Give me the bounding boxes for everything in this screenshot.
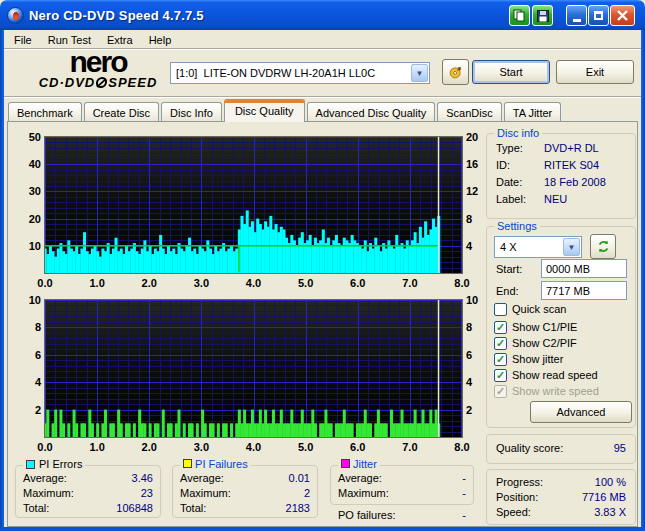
checkbox-show-c1-pie[interactable]: ✓ xyxy=(494,321,507,334)
logo-sub-right: SPEED xyxy=(108,75,157,90)
jitter-maximum-label: Maximum: xyxy=(338,487,389,500)
pi-errors-chart-xtick-2.0: 2.0 xyxy=(142,277,157,289)
pi-failures-chart-ytick-right-10: 10 xyxy=(466,294,478,306)
disc-date-value: 18 Feb 2008 xyxy=(544,176,628,189)
checkbox-row-show-read-speed[interactable]: ✓Show read speed xyxy=(494,368,598,382)
disc-id-row: ID: RITEK S04 xyxy=(496,159,628,172)
pi-errors-chart-xtick-7.0: 7.0 xyxy=(402,277,417,289)
progress-label: Progress: xyxy=(496,476,543,489)
logo-sub-left: CD·DVD xyxy=(39,75,96,90)
pi-errors-chart-plot xyxy=(45,137,462,273)
start-button[interactable]: Start xyxy=(472,60,550,84)
checkbox-row-show-c1-pie[interactable]: ✓Show C1/PIE xyxy=(494,320,577,334)
pi-errors-title: PI Errors xyxy=(39,458,82,470)
end-mb-label: End: xyxy=(496,285,519,297)
pif-maximum-label: Maximum: xyxy=(180,487,231,500)
show-jitter-label: Show jitter xyxy=(512,353,563,365)
pi-failures-chart-xtick-2.0: 2.0 xyxy=(142,441,157,453)
checkbox-quick-scan[interactable] xyxy=(494,303,507,316)
minimize-icon xyxy=(573,19,581,22)
menu-help[interactable]: Help xyxy=(141,32,180,48)
pi-errors-chart-xtick-5.0: 5.0 xyxy=(298,277,313,289)
quality-score-label: Quality score: xyxy=(496,442,563,455)
pi-errors-chart-xtick-4.0: 4.0 xyxy=(246,277,261,289)
tab-advanced-disc-quality[interactable]: Advanced Disc Quality xyxy=(307,102,436,122)
pi-failures-chart-xtick-1.0: 1.0 xyxy=(89,441,104,453)
position-row: Position: 7716 MB xyxy=(496,491,626,504)
refresh-button[interactable] xyxy=(590,234,616,259)
pi-errors-chart-ytick-50: 50 xyxy=(14,131,41,143)
copy-button[interactable] xyxy=(509,5,530,26)
tab-disc-quality[interactable]: Disc Quality xyxy=(224,99,305,122)
jitter-maximum-value: - xyxy=(462,487,466,500)
checkbox-show-jitter[interactable]: ✓ xyxy=(494,353,507,366)
pi-failures-chart-xtick-3.0: 3.0 xyxy=(194,441,209,453)
disc-label-row: Label: NEU xyxy=(496,193,628,206)
minimize-button[interactable] xyxy=(566,5,587,26)
po-failures-value: - xyxy=(462,509,466,522)
menu-file[interactable]: File xyxy=(6,32,40,48)
checkbox-show-read-speed[interactable]: ✓ xyxy=(494,369,507,382)
pi-errors-chart-xtick-0.0: 0.0 xyxy=(37,277,52,289)
checkbox-row-show-c2-pif[interactable]: ✓Show C2/PIF xyxy=(494,336,577,350)
pi-errors-chart-ytick-40: 40 xyxy=(14,158,41,170)
pie-average-value: 3.46 xyxy=(132,472,153,485)
start-mb-input[interactable]: 0000 MB xyxy=(541,259,627,278)
pi-failures-chart-xtick-0.0: 0.0 xyxy=(37,441,52,453)
pi-failures-chart-xtick-4.0: 4.0 xyxy=(246,441,261,453)
pie-total-value: 106848 xyxy=(116,502,153,515)
pie-maximum-value: 23 xyxy=(141,487,153,500)
tab-ta-jitter[interactable]: TA Jitter xyxy=(504,102,562,122)
pi-failures-chart-ytick-6: 6 xyxy=(14,349,41,361)
disc-type-value: DVD+R DL xyxy=(544,142,628,155)
close-button[interactable] xyxy=(610,5,635,26)
exit-button[interactable]: Exit xyxy=(556,60,634,84)
checkbox-row-quick-scan[interactable]: Quick scan xyxy=(494,302,566,316)
pi-failures-chart-ytick-right-2: 2 xyxy=(466,404,472,416)
tab-create-disc[interactable]: Create Disc xyxy=(84,102,159,122)
pi-errors-chart-xtick-8.0: 8.0 xyxy=(454,277,469,289)
scan-speed-select[interactable]: 4 X ▼ xyxy=(494,236,582,258)
disc-label-label: Label: xyxy=(496,193,526,206)
drive-select-value: [1:0] LITE-ON DVDRW LH-20A1H LL0C xyxy=(171,67,410,79)
pi-errors-chart-ytick-right-20: 20 xyxy=(466,131,478,143)
pi-errors-swatch xyxy=(26,460,35,469)
pi-failures-chart-xtick-6.0: 6.0 xyxy=(350,441,365,453)
tab-scandisc[interactable]: ScanDisc xyxy=(437,102,501,122)
pi-failures-chart-xtick-7.0: 7.0 xyxy=(402,441,417,453)
pie-average-label: Average: xyxy=(23,472,67,485)
eject-button[interactable] xyxy=(442,59,469,85)
pi-errors-chart-xtick-1.0: 1.0 xyxy=(89,277,104,289)
save-button[interactable] xyxy=(532,5,553,26)
tab-benchmark[interactable]: Benchmark xyxy=(8,102,82,122)
pif-average-label: Average: xyxy=(180,472,224,485)
jitter-legend: Jitter xyxy=(338,458,380,470)
refresh-icon xyxy=(596,239,611,254)
checkbox-row-show-jitter[interactable]: ✓Show jitter xyxy=(494,352,563,366)
pi-errors-chart-ytick-right-4: 4 xyxy=(466,240,472,252)
checkbox-show-c2-pif[interactable]: ✓ xyxy=(494,337,507,350)
position-value: 7716 MB xyxy=(582,491,626,504)
copy-pages-icon xyxy=(513,9,526,22)
disc-type-row: Type: DVD+R DL xyxy=(496,142,628,155)
nero-logo: nero CD·DVD SPEED xyxy=(18,49,178,90)
pi-failures-legend: PI Failures xyxy=(180,458,251,470)
pif-total-label: Total: xyxy=(180,502,206,515)
drive-select[interactable]: [1:0] LITE-ON DVDRW LH-20A1H LL0C ▼ xyxy=(170,62,430,84)
chevron-down-icon[interactable]: ▼ xyxy=(411,64,428,82)
end-mb-input[interactable]: 7717 MB xyxy=(541,281,627,300)
pi-errors-chart xyxy=(44,136,463,274)
pi-errors-chart-ytick-right-12: 12 xyxy=(466,185,478,197)
separator xyxy=(4,96,641,98)
speed-label: Speed: xyxy=(496,506,531,519)
window-border-bottom xyxy=(0,527,645,531)
checkbox-show-write-speed: ✓ xyxy=(494,385,507,398)
maximize-button[interactable] xyxy=(588,5,609,26)
jitter-average-label: Average: xyxy=(338,472,382,485)
jitter-average-value: - xyxy=(462,472,466,485)
pi-errors-chart-ytick-20: 20 xyxy=(14,213,41,225)
advanced-button[interactable]: Advanced xyxy=(530,401,632,423)
progress-value: 100 % xyxy=(595,476,626,489)
tab-disc-info[interactable]: Disc Info xyxy=(161,102,222,122)
chevron-down-icon[interactable]: ▼ xyxy=(563,238,580,256)
